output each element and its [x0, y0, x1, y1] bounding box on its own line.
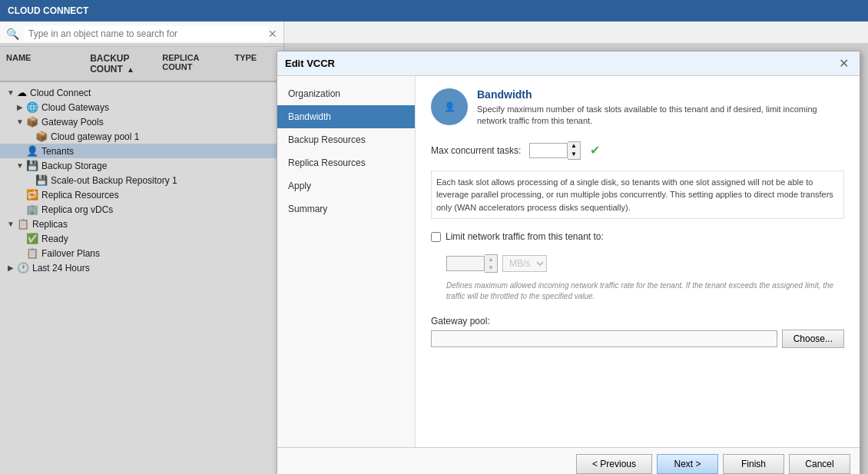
- max-tasks-increment[interactable]: ▲: [568, 142, 580, 151]
- limit-desc: Defines maximum allowed incoming network…: [446, 280, 844, 302]
- app-title: CLOUD CONNECT: [8, 5, 88, 16]
- nav-item-bandwidth[interactable]: Bandwidth: [277, 105, 415, 128]
- info-text: Each task slot allows processing of a si…: [431, 171, 844, 220]
- edit-vccr-dialog: Edit VCCR ✕ Organization Bandwidth Backu…: [277, 51, 860, 474]
- gateway-row: Cloud gateway pool 1 Choose...: [431, 330, 844, 348]
- next-button[interactable]: Next >: [657, 454, 718, 474]
- limit-checkbox-row: Limit network traffic from this tenant t…: [431, 231, 844, 242]
- max-tasks-input[interactable]: 2: [529, 143, 568, 158]
- wizard-nav: Organization Bandwidth Backup Resources …: [277, 76, 416, 447]
- max-tasks-decrement[interactable]: ▼: [568, 151, 580, 159]
- max-tasks-spin-buttons: ▲ ▼: [568, 141, 581, 160]
- nav-item-backup-resources[interactable]: Backup Resources: [277, 128, 415, 151]
- nav-item-summary[interactable]: Summary: [277, 197, 415, 220]
- limit-checkbox-label[interactable]: Limit network traffic from this tenant t…: [446, 231, 604, 242]
- traffic-limit-row: 1 ▲ ▼ MB/s KB/s GB/s: [446, 254, 844, 273]
- step-info: Bandwidth Specify maximum number of task…: [477, 88, 844, 128]
- step-header: 👤 Bandwidth Specify maximum number of ta…: [431, 88, 844, 128]
- dialog-overlay: Edit VCCR ✕ Organization Bandwidth Backu…: [0, 43, 868, 474]
- gateway-pool-input[interactable]: Cloud gateway pool 1: [431, 330, 777, 347]
- step-title: Bandwidth: [477, 88, 844, 101]
- cancel-button[interactable]: Cancel: [789, 454, 850, 474]
- max-tasks-spinbox: 2 ▲ ▼: [529, 141, 581, 160]
- traffic-increment[interactable]: ▲: [485, 255, 497, 264]
- dialog-footer: < Previous Next > Finish Cancel: [277, 447, 860, 474]
- wizard-content: 👤 Bandwidth Specify maximum number of ta…: [416, 76, 860, 447]
- traffic-unit-select[interactable]: MB/s KB/s GB/s: [502, 255, 547, 272]
- dialog-title: Edit VCCR: [285, 58, 335, 69]
- gateway-label: Gateway pool:: [431, 316, 844, 326]
- step-desc: Specify maximum number of task slots ava…: [477, 104, 844, 128]
- app-titlebar: CLOUD CONNECT: [0, 0, 868, 22]
- nav-item-replica-resources[interactable]: Replica Resources: [277, 151, 415, 174]
- max-tasks-row: Max concurrent tasks: 2 ▲ ▼ ✔: [431, 141, 844, 160]
- max-tasks-label: Max concurrent tasks:: [431, 145, 523, 156]
- traffic-value-input[interactable]: 1: [446, 256, 485, 271]
- previous-button[interactable]: < Previous: [576, 454, 652, 474]
- limit-checkbox[interactable]: [431, 232, 441, 242]
- search-icon: 🔍: [6, 28, 19, 40]
- traffic-spinbox: 1 ▲ ▼: [446, 254, 498, 273]
- dialog-close-button[interactable]: ✕: [836, 56, 852, 71]
- nav-item-apply[interactable]: Apply: [277, 174, 415, 197]
- traffic-spin-buttons: ▲ ▼: [485, 254, 498, 273]
- step-icon: 👤: [431, 88, 468, 125]
- bandwidth-icon: 👤: [444, 101, 456, 112]
- clear-search-icon[interactable]: ✕: [268, 28, 277, 40]
- choose-gateway-button[interactable]: Choose...: [782, 330, 844, 348]
- gateway-section: Gateway pool: Cloud gateway pool 1 Choos…: [431, 316, 844, 348]
- valid-icon: ✔: [590, 143, 600, 157]
- nav-item-organization[interactable]: Organization: [277, 82, 415, 105]
- dialog-body: Organization Bandwidth Backup Resources …: [277, 76, 860, 447]
- search-input[interactable]: [24, 26, 268, 41]
- traffic-decrement[interactable]: ▼: [485, 264, 497, 272]
- dialog-titlebar: Edit VCCR ✕: [277, 51, 860, 76]
- finish-button[interactable]: Finish: [723, 454, 784, 474]
